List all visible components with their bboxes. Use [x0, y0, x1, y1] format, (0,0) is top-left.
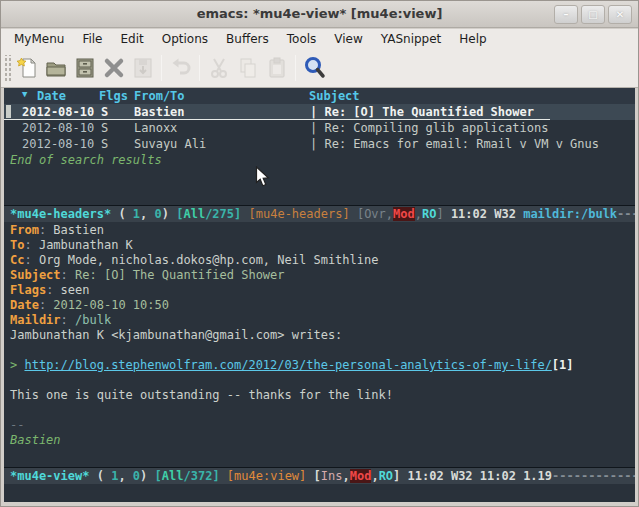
copy-icon [234, 53, 261, 82]
message-field-date: Date: 2012-08-10 10:50 [10, 298, 635, 313]
menu-bar: MyMenuFileEditOptionsBuffersToolsViewYAS… [1, 29, 638, 48]
header-cell-flag: S [101, 137, 108, 151]
modeline-view: *mu4e-view* ( 1, 0) [All/372] [mu4e:view… [4, 467, 635, 484]
menu-buffers[interactable]: Buffers [217, 31, 278, 47]
field-value: Jambunathan K [39, 238, 133, 252]
modeline-segment-text: [ [314, 469, 321, 483]
header-cell-from: Bastien [134, 105, 185, 119]
field-value: /bulk [75, 313, 111, 327]
modeline-segment-text [306, 469, 313, 483]
body-quote-text: > [10, 358, 24, 372]
window-controls: – □ ✕ [554, 5, 632, 24]
field-colon: : [61, 313, 75, 327]
menu-mymenu[interactable]: MyMenu [5, 31, 73, 47]
dired-icon[interactable] [71, 53, 98, 82]
modeline-segment-text [241, 207, 248, 221]
field-colon: : [46, 283, 60, 297]
modeline-segment-num: /372 [183, 469, 212, 483]
column-header-from[interactable]: From/To [134, 89, 185, 103]
modeline-segment-ro: RO [379, 469, 393, 483]
toolbar-grip-handle[interactable] [3, 55, 12, 81]
field-colon: : [24, 253, 38, 267]
modeline-segment-text: , [140, 207, 154, 221]
modeline-segment-text: ( [89, 469, 111, 483]
search-icon[interactable] [301, 53, 328, 82]
body-footref-text: [1] [552, 358, 574, 372]
column-header-date[interactable]: Date [37, 89, 66, 103]
message-header-fields: From: BastienTo: Jambunathan KCc: Org Mo… [10, 223, 635, 328]
body-blank-line [10, 403, 635, 418]
field-label: To [10, 238, 24, 252]
field-label: Cc [10, 253, 24, 267]
modeline-segment-num: 0 [155, 207, 162, 221]
header-cell-flag: S [101, 121, 108, 135]
modeline-segment-orange: [mu4e-headers] [249, 207, 350, 221]
minimize-button[interactable]: – [554, 5, 578, 24]
maximize-button[interactable]: □ [581, 5, 605, 24]
field-label: Maildir [10, 313, 61, 327]
body-line: -- [10, 418, 635, 433]
kill-buffer-icon[interactable] [100, 53, 127, 82]
titlebar[interactable]: emacs: *mu4e-view* [mu4e:view] – □ ✕ [1, 1, 638, 28]
open-file-icon[interactable] [42, 53, 69, 82]
modeline-segment-mod: Mod [350, 469, 372, 483]
modeline-segment-text: ( [111, 207, 133, 221]
editor-area: ▼ Date Flgs From/To Subject 2012-08-10SB… [4, 88, 635, 502]
field-label: Flags [10, 283, 46, 297]
modeline-segment-text: 11:02 W32 11:02 1.19 [400, 469, 552, 483]
new-file-icon[interactable] [13, 53, 40, 82]
header-cell-date: 2012-08-10 [22, 137, 94, 151]
modeline-segment-num: 1 [133, 207, 140, 221]
message-body: Jambunathan K <kjambunathan@gmail.com> w… [10, 328, 635, 448]
save-buffer-icon [129, 53, 156, 82]
body-line: This one is quite outstanding -- thanks … [10, 388, 635, 403]
close-button[interactable]: ✕ [608, 5, 632, 24]
menu-view[interactable]: View [325, 31, 371, 47]
message-field-flags: Flags: seen [10, 283, 635, 298]
header-row[interactable]: 2012-08-10SBastien| Re: [O] The Quantifi… [4, 104, 635, 120]
echo-area[interactable] [4, 484, 635, 502]
modeline-segment-text: ) [140, 469, 154, 483]
toolbar-separator [161, 55, 162, 81]
menu-edit[interactable]: Edit [112, 31, 153, 47]
header-cell-subj: | Re: [O] The Quantified Shower [310, 105, 534, 119]
field-value: Bastien [53, 223, 104, 237]
emacs-window: emacs: *mu4e-view* [mu4e:view] – □ ✕ MyM… [0, 0, 639, 507]
field-value: 2012-08-10 10:50 [53, 298, 169, 312]
header-cell-subj: | Re: Compiling glib applications [310, 121, 548, 135]
field-label: Date [10, 298, 39, 312]
menu-tools[interactable]: Tools [278, 31, 326, 47]
toolbar-separator [295, 55, 296, 81]
modeline-segment-text: , [371, 469, 378, 483]
body-line: Bastien [10, 433, 635, 448]
header-cell-from: Suvayu Ali [134, 137, 206, 151]
field-colon: : [24, 238, 38, 252]
sort-descending-icon[interactable]: ▼ [22, 89, 27, 99]
menu-yasnippet[interactable]: YASnippet [372, 31, 451, 47]
body-link[interactable]: http://blog.stephenwolfram.com/2012/03/t… [24, 358, 551, 372]
message-field-from: From: Bastien [10, 223, 635, 238]
modeline-segment-dim: ] [436, 207, 443, 221]
modeline-segment-text [220, 469, 227, 483]
field-colon: : [39, 298, 53, 312]
modeline-segment-buffer: *mu4e-headers* [10, 207, 111, 221]
header-row[interactable]: 2012-08-10SLanoxx| Re: Compiling glib ap… [4, 120, 635, 136]
modeline-segment-dim: , [386, 207, 393, 221]
modeline-segment-text [350, 207, 357, 221]
modeline-segment-all: All [183, 207, 205, 221]
body-blank-line [10, 343, 635, 358]
menu-options[interactable]: Options [153, 31, 217, 47]
undo-icon [167, 53, 194, 82]
header-row[interactable]: 2012-08-10SSuvayu Ali| Re: Emacs for ema… [4, 136, 635, 152]
modeline-segment-ins: Ins [321, 469, 343, 483]
cut-icon [205, 53, 232, 82]
modeline-segment-dash: ---------------- [552, 469, 635, 483]
menu-file[interactable]: File [73, 31, 111, 47]
field-label: Subject [10, 268, 61, 282]
header-cell-date: 2012-08-10 [22, 105, 94, 119]
message-field-subject: Subject: Re: [O] The Quantified Shower [10, 268, 635, 283]
column-header-subject[interactable]: Subject [309, 89, 360, 103]
menu-help[interactable]: Help [450, 31, 495, 47]
column-header-flags[interactable]: Flgs [99, 89, 128, 103]
field-value: Org Mode, nicholas.dokos@hp.com, Neil Sm… [39, 253, 379, 267]
